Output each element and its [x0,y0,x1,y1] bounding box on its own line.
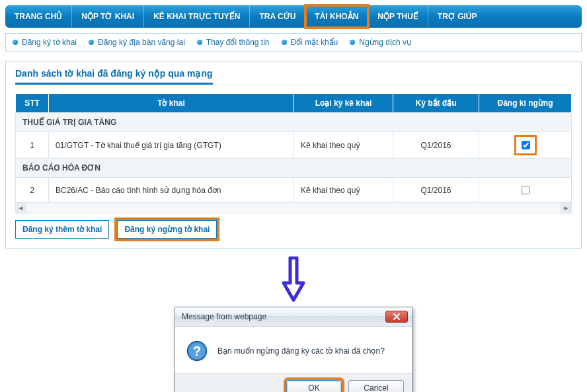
stop-checkbox-row2[interactable] [522,186,530,194]
actions-row: Đăng ký thêm tờ khai Đăng ký ngừng tờ kh… [15,220,572,239]
stop-checkbox-row1[interactable] [522,141,530,149]
nav-tab-tro-giup[interactable]: TRỢ GIÚP [428,5,487,28]
add-declaration-button[interactable]: Đăng ký thêm tờ khai [15,220,109,239]
nav-tab-label: TRANG CHỦ [15,12,62,21]
dialog-message: Bạn muốn ngừng đăng ký các tờ khai đã ch… [217,346,385,356]
subnav-item-doi-mat-khau[interactable]: Đổi mật khẩu [282,38,338,47]
table-row: 1 01/GTGT - Tờ khai thuế giá trị gia tăn… [16,132,572,159]
group-label: THUẾ GIÁ TRỊ GIA TĂNG [16,113,572,132]
dialog-ok-button[interactable]: OK [286,380,342,392]
cell-loai: Kê khai theo quý [294,178,393,203]
nav-tab-nop-thue[interactable]: NỘP THUẾ [368,5,428,28]
nav-tab-nop-to-khai[interactable]: NỘP TỜ KHAI [72,5,144,28]
question-icon: ? [186,340,208,362]
dialog-title: Message from webpage [182,312,266,321]
nav-tab-label: NỘP TỜ KHAI [81,12,134,21]
cell-stt: 1 [16,132,49,159]
subnav-item-dang-ky-to-khai[interactable]: Đăng ký tờ khai [13,38,77,47]
subnav-label: Đổi mật khẩu [291,38,338,47]
nav-tab-tra-cuu[interactable]: TRA CỨU [250,5,305,28]
bullet-icon [350,40,355,45]
checkbox-wrap [516,137,535,153]
dialog-titlebar: Message from webpage [175,307,412,327]
table-group-row: BÁO CÁO HÓA ĐƠN [16,159,572,178]
dialog-close-button[interactable] [385,311,408,323]
scroll-left-arrow-icon[interactable]: ◄ [16,203,26,213]
nav-tab-label: TÀI KHOẢN [315,12,358,21]
subnav-label: Thay đổi thông tin [206,38,270,47]
scroll-right-arrow-icon[interactable]: ► [561,203,571,213]
dialog-footer: OK Cancel [175,373,412,392]
close-icon [393,313,401,320]
cell-stt: 2 [16,178,49,203]
th-stt: STT [16,94,49,113]
subnav-label: Đăng ký tờ khai [22,38,77,47]
subnav-label: Đăng ký địa bàn vãng lai [98,38,185,47]
table-group-row: THUẾ GIÁ TRỊ GIA TĂNG [16,113,572,132]
stop-declaration-button[interactable]: Đăng ký ngừng tờ khai [117,220,217,239]
th-ky: Kỳ bắt đầu [393,94,479,113]
nav-tab-label: TRỢ GIÚP [438,12,477,21]
nav-tab-tai-khoan[interactable]: TÀI KHOẢN [305,5,368,28]
bullet-icon [197,40,202,45]
svg-text:?: ? [193,344,201,358]
sub-nav: Đăng ký tờ khai Đăng ký địa bàn vãng lai… [5,33,582,52]
th-dangki: Đăng kí ngừng [479,94,572,113]
cell-loai: Kê khai theo quý [294,132,393,159]
group-label: BÁO CÁO HÓA ĐƠN [16,159,572,178]
th-loai: Loại kỳ kê khai [294,94,393,113]
checkbox-wrap [518,182,533,198]
cell-ky: Q1/2016 [393,132,479,159]
table-row: 2 BC26/AC - Báo cáo tình hình sử dụng hó… [16,178,572,203]
confirm-dialog: Message from webpage ? Bạn muốn ngừng đă… [175,307,412,392]
subnav-item-dia-ban-vang-lai[interactable]: Đăng ký địa bàn vãng lai [89,38,185,47]
annotation-arrow-down-icon [280,256,307,303]
bullet-icon [89,40,94,45]
bullet-icon [13,40,18,45]
cell-tokhai: BC26/AC - Báo cáo tình hình sử dụng hóa … [49,178,294,203]
content-panel: Danh sách tờ khai đã đăng ký nộp qua mạn… [5,61,582,249]
horizontal-scrollbar[interactable]: ◄ ► [15,203,572,214]
dialog-cancel-button[interactable]: Cancel [348,380,404,392]
bullet-icon [282,40,287,45]
cell-ky: Q1/2016 [393,178,479,203]
dialog-body: ? Bạn muốn ngừng đăng ký các tờ khai đã … [175,327,412,373]
cell-check [479,132,572,159]
main-nav: TRANG CHỦ NỘP TỜ KHAI KÊ KHAI TRỰC TUYẾN… [5,5,582,28]
cell-check [479,178,572,203]
th-tokhai: Tờ khai [49,94,294,113]
nav-tab-trang-chu[interactable]: TRANG CHỦ [5,5,72,28]
nav-tab-label: NỘP THUẾ [377,12,418,21]
subnav-item-thay-doi-thong-tin[interactable]: Thay đổi thông tin [197,38,270,47]
subnav-label: Ngừng dịch vụ [359,38,412,47]
subnav-item-ngung-dich-vu[interactable]: Ngừng dịch vụ [350,38,412,47]
nav-tab-label: TRA CỨU [259,12,295,21]
declarations-table: STT Tờ khai Loại kỳ kê khai Kỳ bắt đầu Đ… [15,93,572,203]
cell-tokhai: 01/GTGT - Tờ khai thuế giá trị gia tăng … [49,132,294,159]
nav-tab-label: KÊ KHAI TRỰC TUYẾN [153,12,240,21]
panel-title: Danh sách tờ khai đã đăng ký nộp qua mạn… [15,68,213,85]
nav-tab-ke-khai-truc-tuyen[interactable]: KÊ KHAI TRỰC TUYẾN [144,5,250,28]
